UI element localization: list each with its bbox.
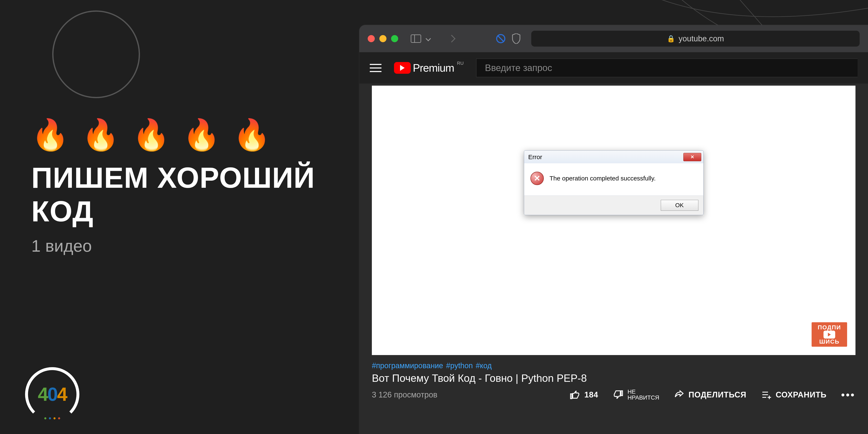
share-label: ПОДЕЛИТЬСЯ <box>688 390 746 399</box>
sticker-line1: ПОДПИ <box>813 324 846 331</box>
youtube-play-icon <box>394 62 411 74</box>
video-meta: #программирование #python #код Вот Почем… <box>372 355 856 401</box>
share-icon <box>674 390 684 400</box>
url-host: youtube.com <box>679 34 724 43</box>
player-area: Error ✕ ✕ The operation completed succes… <box>359 86 868 401</box>
youtube-premium-text: Premium <box>413 62 454 74</box>
dialog-body: ✕ The operation completed successfully. <box>524 163 704 195</box>
windows-error-dialog: Error ✕ ✕ The operation completed succes… <box>524 150 704 215</box>
video-player[interactable]: Error ✕ ✕ The operation completed succes… <box>372 86 856 355</box>
video-title: Вот Почему Твой Код - Говно | Python PEP… <box>372 372 856 384</box>
save-button[interactable]: СОХРАНИТЬ <box>761 390 827 400</box>
like-button[interactable]: 184 <box>570 390 598 400</box>
channel-logo-404: 4 0 4 <box>25 367 80 422</box>
dialog-message: The operation completed successfully. <box>550 175 656 182</box>
lock-icon: 🔒 <box>667 35 675 42</box>
search-input[interactable]: Введите запрос <box>476 59 858 77</box>
privacy-shield-icon[interactable] <box>512 33 521 44</box>
dialog-footer: OK <box>524 195 704 215</box>
adblock-icon[interactable] <box>496 34 505 43</box>
more-actions-button[interactable]: ••• <box>841 389 856 401</box>
sticker-icon-row <box>813 331 846 339</box>
address-bar[interactable]: 🔒 youtube.com <box>531 31 860 46</box>
thumb-down-icon <box>613 390 623 400</box>
title-line-2: КОД <box>31 194 324 228</box>
share-button[interactable]: ПОДЕЛИТЬСЯ <box>674 390 746 400</box>
close-window-button[interactable] <box>368 35 375 42</box>
dislike-label-line2: НРАВИТСЯ <box>627 395 659 401</box>
dislike-label-line1: НЕ <box>627 389 659 395</box>
dialog-close-button[interactable]: ✕ <box>683 153 701 161</box>
browser-window: 🔒 youtube.com Premium RU Введите запрос … <box>359 25 868 434</box>
sidebar-toggle-button[interactable] <box>411 34 421 43</box>
youtube-header: Premium RU Введите запрос <box>359 52 868 84</box>
hashtag-link[interactable]: #программирование <box>372 361 443 370</box>
hamburger-menu-button[interactable] <box>370 64 381 72</box>
subscribe-sticker[interactable]: ПОДПИ ШИСЬ <box>812 322 847 347</box>
maximize-window-button[interactable] <box>391 35 398 42</box>
youtube-region-label: RU <box>457 61 464 66</box>
decorative-circle <box>52 10 140 98</box>
sticker-line2: ШИСЬ <box>813 339 846 345</box>
save-icon <box>761 390 772 400</box>
hashtag-link[interactable]: #python <box>446 361 473 370</box>
dialog-titlebar[interactable]: Error ✕ <box>524 150 704 163</box>
logo-4b: 4 <box>57 384 67 405</box>
hashtag-link[interactable]: #код <box>476 361 492 370</box>
window-traffic-lights <box>368 35 398 42</box>
thumb-up-icon <box>570 390 580 400</box>
search-placeholder: Введите запрос <box>485 63 552 73</box>
flames-row: 🔥 🔥 🔥 🔥 🔥 <box>31 117 324 152</box>
logo-4a: 4 <box>38 384 48 405</box>
playlist-title: ПИШЕМ ХОРОШИЙ КОД <box>31 161 324 228</box>
dialog-title: Error <box>528 154 542 161</box>
save-label: СОХРАНИТЬ <box>776 390 827 399</box>
dialog-ok-button[interactable]: OK <box>661 200 699 211</box>
logo-text: 4 0 4 <box>25 367 80 422</box>
minimize-window-button[interactable] <box>379 35 386 42</box>
youtube-mini-icon <box>824 331 835 339</box>
video-hashtags: #программирование #python #код <box>372 361 856 370</box>
video-action-row: 3 126 просмотров 184 НЕ НРАВИТСЯ <box>372 389 856 401</box>
title-line-1: ПИШЕМ ХОРОШИЙ <box>31 161 324 194</box>
tab-group-dropdown[interactable] <box>427 37 430 40</box>
forward-button[interactable] <box>449 36 454 41</box>
view-count: 3 126 просмотров <box>372 390 437 399</box>
safari-toolbar: 🔒 youtube.com <box>359 25 868 52</box>
like-count: 184 <box>584 390 598 399</box>
playlist-count: 1 видео <box>31 237 324 256</box>
dislike-button[interactable]: НЕ НРАВИТСЯ <box>613 389 659 401</box>
youtube-logo[interactable]: Premium RU <box>394 62 464 74</box>
left-panel: 🔥 🔥 🔥 🔥 🔥 ПИШЕМ ХОРОШИЙ КОД 1 видео <box>31 117 324 256</box>
error-icon: ✕ <box>530 172 544 185</box>
logo-0: 0 <box>48 384 57 405</box>
more-icon: ••• <box>841 389 856 401</box>
